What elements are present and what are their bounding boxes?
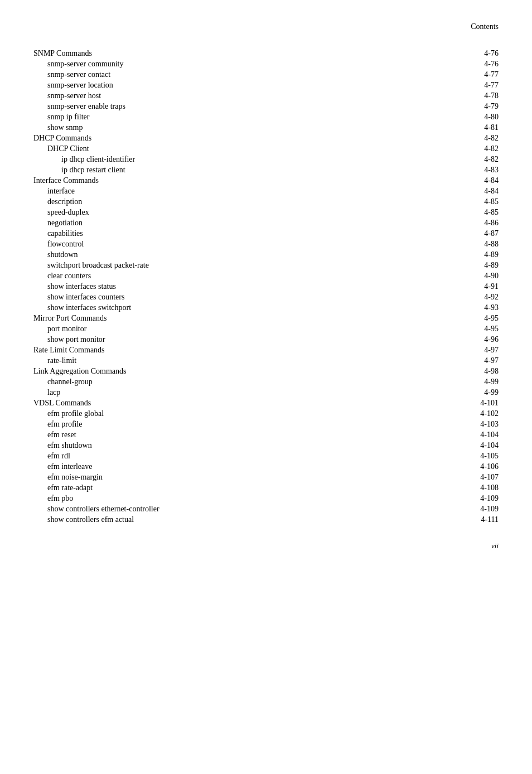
toc-label: ip dhcp client-identifier xyxy=(33,154,405,165)
toc-row: efm pbo4-109 xyxy=(33,493,499,504)
toc-page: 4-108 xyxy=(405,482,499,493)
toc-row: Link Aggregation Commands4-98 xyxy=(33,366,499,376)
toc-row: clear counters4-90 xyxy=(33,270,499,281)
toc-label: SNMP Commands xyxy=(33,48,405,59)
toc-row: show controllers efm actual4-111 xyxy=(33,514,499,525)
toc-row: VDSL Commands4-101 xyxy=(33,398,499,408)
toc-row: DHCP Commands4-82 xyxy=(33,133,499,143)
toc-label: show controllers efm actual xyxy=(33,514,405,525)
toc-page: 4-93 xyxy=(405,302,499,313)
toc-row: speed-duplex4-85 xyxy=(33,207,499,217)
toc-page: 4-82 xyxy=(405,133,499,143)
toc-page: 4-77 xyxy=(405,80,499,90)
toc-label: efm rate-adapt xyxy=(33,482,405,493)
toc-page: 4-82 xyxy=(405,143,499,154)
toc-row: snmp-server contact4-77 xyxy=(33,69,499,80)
toc-page: 4-82 xyxy=(405,154,499,165)
toc-row: shutdown4-89 xyxy=(33,249,499,260)
toc-page: 4-89 xyxy=(405,249,499,260)
toc-label: Mirror Port Commands xyxy=(33,313,405,323)
toc-label: efm rdl xyxy=(33,451,405,461)
toc-row: show interfaces switchport4-93 xyxy=(33,302,499,313)
toc-page: 4-85 xyxy=(405,207,499,217)
toc-label: switchport broadcast packet-rate xyxy=(33,260,405,270)
toc-row: rate-limit4-97 xyxy=(33,355,499,366)
toc-label: efm noise-margin xyxy=(33,472,405,482)
toc-page: 4-96 xyxy=(405,334,499,345)
toc-page: 4-79 xyxy=(405,101,499,112)
toc-row: show controllers ethernet-controller4-10… xyxy=(33,504,499,514)
toc-page: 4-76 xyxy=(405,48,499,59)
toc-page: 4-86 xyxy=(405,217,499,228)
toc-row: port monitor4-95 xyxy=(33,323,499,334)
toc-row: Mirror Port Commands4-95 xyxy=(33,313,499,323)
toc-row: snmp ip filter4-80 xyxy=(33,112,499,122)
toc-label: efm pbo xyxy=(33,493,405,504)
toc-page: 4-92 xyxy=(405,292,499,302)
toc-page: 4-103 xyxy=(405,419,499,429)
toc-row: show snmp4-81 xyxy=(33,122,499,133)
toc-page: 4-80 xyxy=(405,112,499,122)
toc-label: show interfaces status xyxy=(33,281,405,292)
toc-label: ip dhcp restart client xyxy=(33,165,405,175)
toc-page: 4-99 xyxy=(405,376,499,387)
toc-row: efm reset4-104 xyxy=(33,429,499,440)
toc-label: efm profile xyxy=(33,419,405,429)
toc-page: 4-102 xyxy=(405,408,499,419)
toc-label: snmp-server host xyxy=(33,90,405,101)
toc-label: DHCP Commands xyxy=(33,133,405,143)
toc-row: switchport broadcast packet-rate4-89 xyxy=(33,260,499,270)
toc-row: snmp-server enable traps4-79 xyxy=(33,101,499,112)
toc-label: rate-limit xyxy=(33,355,405,366)
toc-page: 4-101 xyxy=(405,398,499,408)
toc-row: snmp-server host4-78 xyxy=(33,90,499,101)
toc-row: show interfaces status4-91 xyxy=(33,281,499,292)
toc-row: capabilities4-87 xyxy=(33,228,499,239)
toc-page: 4-87 xyxy=(405,228,499,239)
toc-label: show port monitor xyxy=(33,334,405,345)
toc-page: 4-106 xyxy=(405,461,499,472)
toc-page: 4-89 xyxy=(405,260,499,270)
toc-row: flowcontrol4-88 xyxy=(33,239,499,249)
toc-row: description4-85 xyxy=(33,196,499,207)
toc-label: lacp xyxy=(33,387,405,398)
toc-page: 4-95 xyxy=(405,323,499,334)
toc-label: negotiation xyxy=(33,217,405,228)
toc-page: 4-107 xyxy=(405,472,499,482)
toc-row: show port monitor4-96 xyxy=(33,334,499,345)
toc-label: show controllers ethernet-controller xyxy=(33,504,405,514)
toc-label: clear counters xyxy=(33,270,405,281)
toc-row: efm interleave4-106 xyxy=(33,461,499,472)
toc-page: 4-91 xyxy=(405,281,499,292)
toc-label: efm profile global xyxy=(33,408,405,419)
toc-label: port monitor xyxy=(33,323,405,334)
toc-page: 4-109 xyxy=(405,504,499,514)
toc-row: snmp-server community4-76 xyxy=(33,59,499,69)
toc-label: efm reset xyxy=(33,429,405,440)
toc-page: 4-105 xyxy=(405,451,499,461)
toc-row: efm shutdown4-104 xyxy=(33,440,499,451)
toc-page: 4-90 xyxy=(405,270,499,281)
toc-label: interface xyxy=(33,186,405,196)
toc-row: negotiation4-86 xyxy=(33,217,499,228)
toc-page: 4-111 xyxy=(405,514,499,525)
toc-label: efm shutdown xyxy=(33,440,405,451)
toc-label: capabilities xyxy=(33,228,405,239)
toc-label: show snmp xyxy=(33,122,405,133)
toc-page: 4-104 xyxy=(405,440,499,451)
toc-page: 4-99 xyxy=(405,387,499,398)
toc-page: 4-95 xyxy=(405,313,499,323)
toc-label: speed-duplex xyxy=(33,207,405,217)
toc-page: 4-77 xyxy=(405,69,499,80)
toc-page: 4-85 xyxy=(405,196,499,207)
toc-label: DHCP Client xyxy=(33,143,405,154)
toc-row: lacp4-99 xyxy=(33,387,499,398)
page-footer: vii xyxy=(33,541,499,550)
toc-label: description xyxy=(33,196,405,207)
toc-row: ip dhcp client-identifier4-82 xyxy=(33,154,499,165)
toc-label: snmp ip filter xyxy=(33,112,405,122)
toc-page: 4-97 xyxy=(405,355,499,366)
toc-label: Link Aggregation Commands xyxy=(33,366,405,376)
toc-row: show interfaces counters4-92 xyxy=(33,292,499,302)
toc-label: show interfaces counters xyxy=(33,292,405,302)
